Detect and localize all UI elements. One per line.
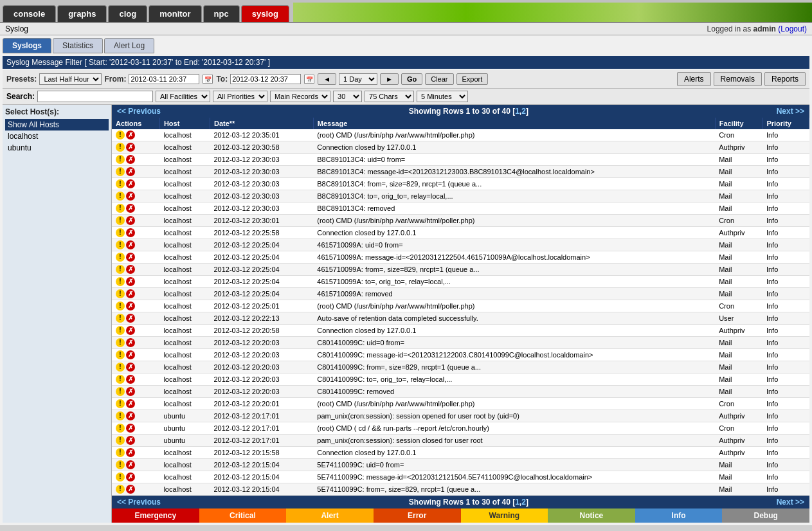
- warn-icon[interactable]: !: [116, 265, 125, 274]
- warn-icon[interactable]: !: [116, 130, 125, 140]
- sidebar-item-ubuntu[interactable]: ubuntu: [5, 142, 109, 154]
- tab-alert-log[interactable]: Alert Log: [104, 38, 154, 53]
- warn-icon[interactable]: !: [116, 338, 125, 347]
- from-input[interactable]: [129, 74, 199, 84]
- bottom-page-2-link[interactable]: 2: [521, 498, 526, 507]
- warn-icon[interactable]: !: [116, 485, 125, 494]
- warn-icon[interactable]: !: [116, 167, 125, 176]
- warn-icon[interactable]: !: [116, 473, 125, 482]
- warn-icon[interactable]: !: [116, 143, 125, 152]
- chars-select[interactable]: 75 Chars 100 Chars All: [365, 91, 414, 102]
- warn-icon[interactable]: !: [116, 448, 125, 457]
- err-icon[interactable]: ✗: [126, 192, 135, 201]
- warn-icon[interactable]: !: [116, 179, 125, 188]
- bottom-page-1-link[interactable]: 1: [515, 498, 519, 507]
- tab-console[interactable]: console: [3, 5, 56, 22]
- err-icon[interactable]: ✗: [126, 411, 135, 420]
- err-icon[interactable]: ✗: [126, 277, 135, 286]
- rows-select[interactable]: 30 50 100: [333, 91, 362, 102]
- warn-icon[interactable]: !: [116, 192, 125, 201]
- warn-icon[interactable]: !: [116, 289, 125, 298]
- cal-icon-to[interactable]: 📅: [304, 75, 314, 84]
- warn-icon[interactable]: !: [116, 350, 125, 359]
- err-icon[interactable]: ✗: [126, 143, 135, 152]
- minutes-select[interactable]: 5 Minutes 10 Minutes 30 Minutes: [417, 91, 468, 102]
- err-icon[interactable]: ✗: [126, 216, 135, 225]
- err-icon[interactable]: ✗: [126, 240, 135, 249]
- err-icon[interactable]: ✗: [126, 326, 135, 335]
- prev-arrow-btn[interactable]: ◄: [318, 73, 336, 85]
- err-icon[interactable]: ✗: [126, 424, 135, 433]
- col-date[interactable]: Date**: [210, 118, 313, 129]
- err-icon[interactable]: ✗: [126, 399, 135, 408]
- warn-icon[interactable]: !: [116, 155, 125, 164]
- err-icon[interactable]: ✗: [126, 155, 135, 164]
- tab-clog[interactable]: clog: [108, 5, 147, 22]
- tab-statistics[interactable]: Statistics: [53, 38, 103, 53]
- tab-syslogs[interactable]: Syslogs: [3, 38, 51, 53]
- cal-icon-from[interactable]: 📅: [203, 75, 213, 84]
- err-icon[interactable]: ✗: [126, 448, 135, 457]
- err-icon[interactable]: ✗: [126, 265, 135, 274]
- err-icon[interactable]: ✗: [126, 460, 135, 469]
- page-1-link[interactable]: 1: [515, 107, 519, 116]
- sidebar-item-localhost[interactable]: localhost: [5, 130, 109, 142]
- err-icon[interactable]: ✗: [126, 363, 135, 372]
- err-icon[interactable]: ✗: [126, 485, 135, 494]
- priority-select[interactable]: All Priorities Emergency Critical Alert …: [213, 91, 267, 102]
- prev-link[interactable]: << Previous: [117, 107, 161, 116]
- bottom-next-link[interactable]: Next >>: [777, 498, 804, 507]
- warn-icon[interactable]: !: [116, 228, 125, 237]
- bottom-prev-link[interactable]: << Previous: [117, 498, 161, 507]
- warn-icon[interactable]: !: [116, 424, 125, 433]
- err-icon[interactable]: ✗: [126, 289, 135, 298]
- sidebar-item-all-hosts[interactable]: Show All Hosts: [5, 119, 109, 130]
- err-icon[interactable]: ✗: [126, 130, 135, 140]
- err-icon[interactable]: ✗: [126, 228, 135, 237]
- warn-icon[interactable]: !: [116, 216, 125, 225]
- logout-link[interactable]: (Logout): [778, 24, 807, 33]
- err-icon[interactable]: ✗: [126, 387, 135, 396]
- warn-icon[interactable]: !: [116, 460, 125, 469]
- clear-button[interactable]: Clear: [425, 73, 453, 85]
- warn-icon[interactable]: !: [116, 387, 125, 396]
- err-icon[interactable]: ✗: [126, 375, 135, 384]
- warn-icon[interactable]: !: [116, 326, 125, 335]
- tab-graphs[interactable]: graphs: [57, 5, 107, 22]
- err-icon[interactable]: ✗: [126, 179, 135, 188]
- facility-select[interactable]: All Facilities Kern User Mail Cron Authp…: [156, 91, 210, 102]
- page-2-link[interactable]: 2: [521, 107, 526, 116]
- err-icon[interactable]: ✗: [126, 302, 135, 310]
- warn-icon[interactable]: !: [116, 253, 125, 262]
- tab-monitor[interactable]: monitor: [149, 5, 201, 22]
- tab-npc[interactable]: npc: [203, 5, 240, 22]
- interval-select[interactable]: 1 Day 1 Hour 30 Min: [339, 73, 377, 85]
- warn-icon[interactable]: !: [116, 411, 125, 420]
- reports-button[interactable]: Reports: [764, 72, 806, 86]
- warn-icon[interactable]: !: [116, 204, 125, 213]
- err-icon[interactable]: ✗: [126, 167, 135, 176]
- removals-button[interactable]: Removals: [714, 72, 762, 86]
- warn-icon[interactable]: !: [116, 302, 125, 310]
- next-link[interactable]: Next >>: [777, 107, 804, 116]
- err-icon[interactable]: ✗: [126, 473, 135, 482]
- go-button[interactable]: Go: [401, 73, 422, 85]
- export-button[interactable]: Export: [456, 73, 489, 85]
- warn-icon[interactable]: !: [116, 436, 125, 445]
- err-icon[interactable]: ✗: [126, 436, 135, 445]
- warn-icon[interactable]: !: [116, 363, 125, 372]
- err-icon[interactable]: ✗: [126, 350, 135, 359]
- preset-select[interactable]: Last Half Hour Last Hour Last Day Last W…: [39, 73, 102, 85]
- warn-icon[interactable]: !: [116, 399, 125, 408]
- err-icon[interactable]: ✗: [126, 338, 135, 347]
- warn-icon[interactable]: !: [116, 277, 125, 286]
- warn-icon[interactable]: !: [116, 314, 125, 323]
- err-icon[interactable]: ✗: [126, 314, 135, 323]
- to-input[interactable]: [230, 74, 301, 84]
- err-icon[interactable]: ✗: [126, 253, 135, 262]
- alerts-button[interactable]: Alerts: [677, 72, 711, 86]
- next-arrow-btn[interactable]: ►: [380, 73, 399, 85]
- tab-syslog[interactable]: syslog: [241, 5, 289, 22]
- warn-icon[interactable]: !: [116, 240, 125, 249]
- warn-icon[interactable]: !: [116, 375, 125, 384]
